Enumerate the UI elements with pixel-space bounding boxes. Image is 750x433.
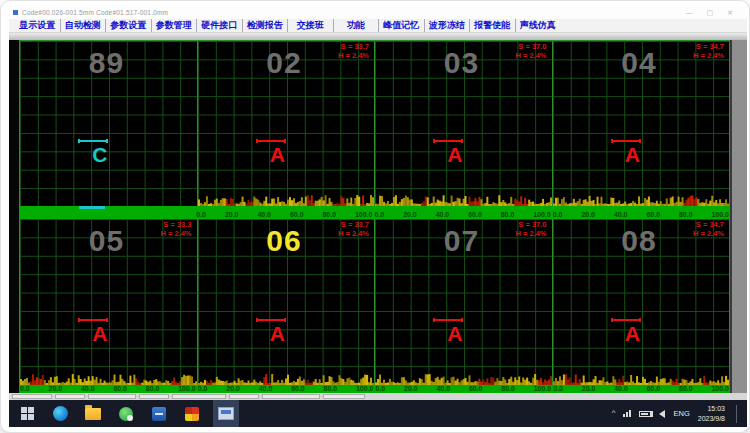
ut-software-taskbar-button[interactable] <box>213 400 239 427</box>
echo-noise-trace <box>20 372 197 385</box>
toolbar-strip <box>9 33 747 40</box>
file-explorer-button[interactable] <box>81 400 105 427</box>
alarm-readout: S = 34.7 H = 2.4% <box>693 43 724 60</box>
menu-item-sound-simulation[interactable]: 声线仿真 <box>516 19 561 32</box>
status-field <box>262 394 320 399</box>
green-messenger-icon <box>119 407 133 421</box>
scale-tick: 80.0 <box>679 385 693 392</box>
channel-row-top: 89 C 02 S = 33.7 H = 2.4% A 03 S = 37.0 … <box>19 40 730 206</box>
channel-panel-03[interactable]: 03 S = 37.0 H = 2.4% A <box>375 41 553 206</box>
maximize-button[interactable]: ▢ <box>707 6 714 19</box>
menu-item-param-manage[interactable]: 参数管理 <box>152 19 198 32</box>
scale-tick: 0.0 <box>196 211 206 218</box>
edge-browser-button[interactable] <box>48 400 72 427</box>
scale-tick: 0.0 <box>20 385 30 392</box>
scale-tick: 60.0 <box>113 385 127 392</box>
scale-tick: 20.0 <box>582 385 596 392</box>
scale-tick: 0.0 <box>553 385 563 392</box>
scale-tick: 40.0 <box>257 211 271 218</box>
menu-item-peak-memory[interactable]: 峰值记忆 <box>379 19 425 32</box>
channel-panel-89[interactable]: 89 C <box>20 41 198 206</box>
scale-tick: 20.0 <box>225 211 239 218</box>
scale-tick: 60.0 <box>468 211 482 218</box>
office-app-button[interactable] <box>147 400 171 427</box>
scale-tick: 20.0 <box>404 385 418 392</box>
channel-panel-05[interactable]: 05 S = 33.3 H = 2.4% A <box>20 219 198 385</box>
scale-tick: 80.0 <box>322 211 336 218</box>
scale-tick: 80.0 <box>501 385 515 392</box>
scrollbar-track[interactable] <box>730 40 747 393</box>
gate-label: A <box>270 322 285 346</box>
menu-item-inspection-report[interactable]: 检测报告 <box>243 19 289 32</box>
close-button[interactable]: ✕ <box>727 6 733 19</box>
scale-axis-08: 0.020.040.060.080.0100.0 <box>552 385 730 393</box>
channel-number: 02 <box>266 46 301 80</box>
menu-item-hardware-interface[interactable]: 硬件接口 <box>197 19 243 32</box>
channel-panel-07[interactable]: 07 S = 37.0 H = 2.4% A <box>375 219 553 385</box>
scale-tick: 100.0 <box>356 385 374 392</box>
scale-tick: 0.0 <box>375 211 385 218</box>
channel-panel-04[interactable]: 04 S = 34.7 H = 2.4% A <box>553 41 731 206</box>
language-indicator[interactable]: ENG <box>673 409 689 418</box>
status-field <box>55 394 85 399</box>
baseline-bar-bottom: 0.020.040.060.080.0100.0 0.020.040.060.0… <box>19 385 730 393</box>
network-signal-icon[interactable] <box>623 410 631 417</box>
scale-tick: 80.0 <box>324 385 338 392</box>
scale-tick: 100.0 <box>534 385 552 392</box>
menu-item-display-settings[interactable]: 显示设置 <box>15 19 61 32</box>
scale-tick: 100.0 <box>355 211 373 218</box>
windows-taskbar: ^ ENG 15:03 2023/9/8 <box>9 400 747 427</box>
gate-marker <box>433 319 463 321</box>
pinwheel-app-button[interactable] <box>180 400 204 427</box>
messenger-app-button[interactable] <box>114 400 138 427</box>
gate-label: A <box>447 322 462 346</box>
menu-item-functions[interactable]: 功能 <box>334 19 380 32</box>
blue-app-icon <box>152 407 166 421</box>
gate-marker <box>256 319 286 321</box>
menu-list: 显示设置 自动检测 参数设置 参数管理 硬件接口 检测报告 交接班 功能 峰值记… <box>15 19 560 32</box>
baseline-section-89 <box>19 206 195 219</box>
menu-item-auto-detect[interactable]: 自动检测 <box>61 19 107 32</box>
scale-tick: 40.0 <box>436 385 450 392</box>
status-field <box>172 394 226 399</box>
window-controls: — ▢ ✕ <box>686 6 734 19</box>
status-field <box>139 394 169 399</box>
window-titlebar: Code#00.026-001.5mm Code#01.517-001.0mm … <box>9 6 747 19</box>
menu-item-alarm-enable[interactable]: 报警使能 <box>470 19 516 32</box>
status-field <box>12 394 52 399</box>
menu-item-param-settings[interactable]: 参数设置 <box>106 19 152 32</box>
gate-label: A <box>447 143 462 167</box>
clock-time: 15:03 <box>698 404 725 413</box>
status-field <box>229 394 259 399</box>
scale-tick: 60.0 <box>291 385 305 392</box>
scale-tick: 80.0 <box>146 385 160 392</box>
scale-tick: 60.0 <box>647 385 661 392</box>
scale-tick: 60.0 <box>646 211 660 218</box>
alarm-readout: S = 33.3 H = 2.4% <box>160 221 191 238</box>
status-field <box>88 394 136 399</box>
status-bar <box>9 393 747 400</box>
alarm-readout: S = 37.0 H = 2.4% <box>515 43 546 60</box>
channel-panel-02[interactable]: 02 S = 33.7 H = 2.4% A <box>198 41 376 206</box>
scale-tick: 0.0 <box>553 211 563 218</box>
status-field <box>323 394 365 399</box>
wave-height-value: H = 2.4% <box>693 52 724 61</box>
echo-noise-trace <box>198 193 375 206</box>
tray-expand-chevron-icon[interactable]: ^ <box>612 408 616 417</box>
scale-tick: 0.0 <box>376 385 386 392</box>
minimize-button[interactable]: — <box>686 6 693 19</box>
channel-panel-06[interactable]: 06 S = 33.7 H = 2.4% A <box>198 219 376 385</box>
edge-icon <box>53 406 68 421</box>
channel-row-bottom: 05 S = 33.3 H = 2.4% A 06 S = 33.7 H = 2… <box>19 219 730 385</box>
show-desktop-button[interactable] <box>736 405 739 423</box>
start-button[interactable] <box>15 400 39 427</box>
channel-number: 04 <box>621 46 656 80</box>
menu-item-shift-change[interactable]: 交接班 <box>288 19 334 32</box>
menu-item-waveform-freeze[interactable]: 波形冻结 <box>425 19 471 32</box>
channel-panel-08[interactable]: 08 S = 34.7 H = 2.4% A <box>553 219 731 385</box>
echo-noise-trace <box>553 372 730 385</box>
gate-label: C <box>92 143 107 167</box>
scale-tick: 40.0 <box>436 211 450 218</box>
speaker-icon[interactable] <box>659 410 665 418</box>
taskbar-clock[interactable]: 15:03 2023/9/8 <box>698 404 725 422</box>
